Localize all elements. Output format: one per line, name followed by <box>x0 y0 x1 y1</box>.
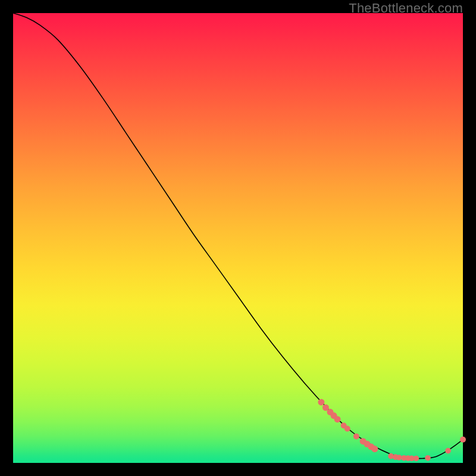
highlight-dot <box>371 446 378 452</box>
highlight-dot <box>414 456 419 462</box>
highlight-dot <box>445 448 451 454</box>
highlight-dot <box>353 433 359 439</box>
highlight-dot <box>318 399 324 405</box>
highlight-dots <box>318 399 466 461</box>
highlight-dot <box>425 455 431 461</box>
highlight-dot <box>460 437 466 443</box>
chart-stage: TheBottleneck.com <box>0 0 476 476</box>
highlight-dot <box>396 455 402 461</box>
bottleneck-curve <box>13 13 463 459</box>
highlight-dot <box>334 416 341 422</box>
highlight-dot <box>345 426 350 432</box>
chart-overlay <box>13 13 463 463</box>
